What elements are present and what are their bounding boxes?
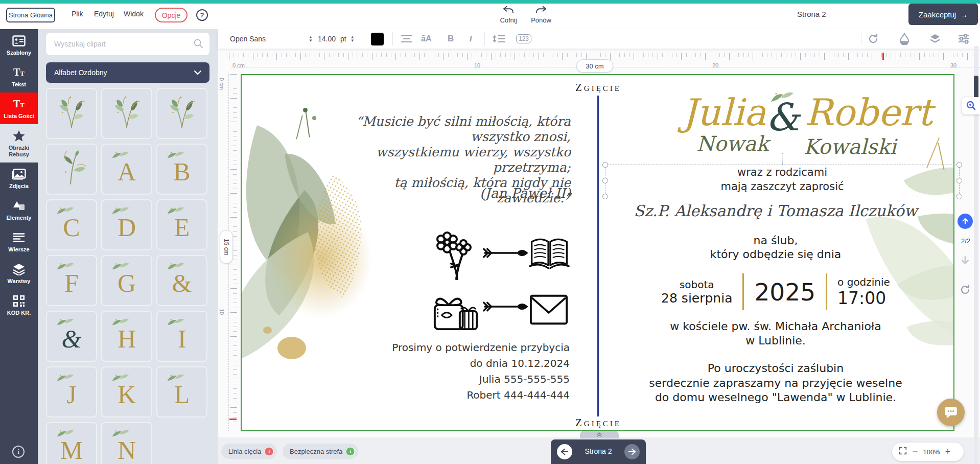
clipart-tile-bouquet[interactable] <box>156 88 207 139</box>
intro-text[interactable]: na ślub, który odbędzie się dnia <box>610 234 942 261</box>
selection-handle[interactable] <box>956 162 962 168</box>
clipart-tile-letter[interactable]: K <box>101 366 152 417</box>
clipart-tile-bouquet[interactable] <box>46 88 97 139</box>
sidebar-item-szablony[interactable]: Szablony <box>0 29 38 61</box>
open-book-icon[interactable] <box>528 233 571 279</box>
search-input[interactable] <box>54 33 187 55</box>
date-block[interactable]: sobota 28 sierpnia 2025 o godzinie 17:00 <box>610 271 942 312</box>
zoom-in-button[interactable]: + <box>945 447 951 456</box>
rsvp-text[interactable]: Prosimy o potwierdzenie przybycia do dni… <box>375 340 570 403</box>
menu-widok[interactable]: Widok <box>124 10 144 18</box>
sidebar-item-zdjęcia[interactable]: Zdjęcia <box>0 163 38 194</box>
clipart-tile-letter[interactable]: A <box>101 144 152 195</box>
menu-plik[interactable]: Plik <box>72 10 83 18</box>
page-nav-expand-tab[interactable] <box>580 431 619 438</box>
zoom-controls: − 100% + <box>892 443 964 461</box>
help-icon[interactable]: ? <box>196 9 208 21</box>
settings-sliders-icon[interactable] <box>958 29 970 49</box>
clipart-tile-letter[interactable]: D <box>101 199 152 250</box>
sidebar-item-warstwy[interactable]: Warstwy <box>0 258 38 289</box>
letter-spacing-button[interactable]: āA <box>421 29 431 49</box>
clipart-tile-letter[interactable]: & <box>156 255 207 306</box>
clipart-tile-letter[interactable]: M <box>46 422 97 464</box>
opacity-drop-icon[interactable] <box>899 29 909 49</box>
clipart-tile-letter[interactable]: I <box>156 311 207 362</box>
search-icon[interactable] <box>193 38 203 51</box>
page-height-bubble[interactable]: 15 cm <box>220 230 233 264</box>
menu-edytuj[interactable]: Edytuj <box>94 10 114 18</box>
envelope-icon[interactable] <box>529 291 569 330</box>
home-button[interactable]: Strona Główna <box>6 8 55 22</box>
assistant-panel-icon[interactable] <box>962 97 980 114</box>
selected-text-box[interactable]: wraz z rodzicami mają zaszczyt zaprosić <box>605 165 960 196</box>
clipart-tile-letter[interactable]: E <box>156 199 207 250</box>
refresh-page-icon[interactable] <box>960 284 971 297</box>
clipart-tile-letter[interactable]: H <box>101 311 152 362</box>
cut-line-toggle[interactable]: Linia cięcia i <box>221 444 277 459</box>
font-family-select[interactable]: Open Sans ▲▼ <box>230 29 313 49</box>
bold-button[interactable]: B <box>448 29 454 49</box>
selection-handle[interactable] <box>956 178 962 183</box>
bride-first-name[interactable]: Julia <box>682 92 766 133</box>
clipart-tile-letter[interactable]: & <box>46 311 97 362</box>
fullscreen-icon[interactable] <box>898 446 907 457</box>
selection-handle[interactable] <box>602 194 608 199</box>
scroll-down-button[interactable] <box>961 256 970 267</box>
redo-button[interactable]: Ponów <box>526 6 556 24</box>
selection-handle[interactable] <box>602 162 608 168</box>
selection-handle[interactable] <box>602 178 608 183</box>
parents-line-1[interactable]: wraz z rodzicami <box>605 166 959 178</box>
guests-names-text[interactable]: Sz.P. Aleksandrę i Tomasza Ilczuków <box>610 202 942 220</box>
bouquet-icon[interactable] <box>434 231 477 284</box>
chat-bubble-icon[interactable] <box>937 399 965 426</box>
font-size-input[interactable]: 14.00 <box>318 29 336 49</box>
bride-last-name[interactable]: Nowak <box>696 132 768 155</box>
design-canvas[interactable]: Zgięcie Zgięcie “Musicie być silni miłoś… <box>241 74 954 431</box>
clipart-tile-leaf-spray[interactable] <box>46 144 97 195</box>
zoom-out-button[interactable]: − <box>913 447 918 456</box>
sidebar-item-wiersze[interactable]: Wiersze <box>0 226 38 258</box>
arrow-icon[interactable] <box>481 299 529 316</box>
options-button[interactable]: Opcje <box>155 8 188 22</box>
undo-button[interactable]: Cofnij <box>494 6 523 24</box>
sidebar-item-elementy[interactable]: Elementy <box>0 194 38 226</box>
selection-handle[interactable] <box>956 194 962 199</box>
sidebar-item-obrazki-rebusy[interactable]: Obrazki Rebusy <box>0 124 38 163</box>
scroll-up-button[interactable] <box>958 214 973 229</box>
clipart-tile-letter[interactable]: L <box>156 366 207 417</box>
clipart-tile-letter[interactable]: N <box>101 422 152 464</box>
next-page-button[interactable] <box>624 444 640 459</box>
gifts-icon[interactable] <box>432 282 480 335</box>
parents-line-2[interactable]: mają zaszczyt zaprosić <box>605 180 959 193</box>
sidebar-item-lista-gości[interactable]: TTLista Gości <box>0 92 38 124</box>
accept-button[interactable]: Zaakceptuj → <box>908 4 978 25</box>
text-color-swatch[interactable] <box>371 33 384 45</box>
venue-text[interactable]: w kościele pw. św. Michała Archanioła w … <box>610 319 942 348</box>
party-text[interactable]: Po uroczystości zaślubin serdecznie zapr… <box>610 361 942 405</box>
clipart-tile-letter[interactable]: J <box>46 366 97 417</box>
fold-label-top: Zgięcie <box>563 81 634 94</box>
page-count-indicator: 2/2 <box>956 237 975 245</box>
line-height-icon[interactable] <box>493 29 506 49</box>
layers-icon[interactable] <box>929 29 941 49</box>
clipart-tile-letter[interactable]: G <box>101 255 152 306</box>
italic-button[interactable]: I <box>469 29 473 49</box>
category-dropdown[interactable]: Alfabet Ozdobny <box>46 62 209 83</box>
clipart-tile-letter[interactable]: B <box>156 144 207 195</box>
sidebar-item-kod-kr-[interactable]: KOD KR. <box>0 289 38 321</box>
safe-zone-toggle[interactable]: Bezpieczna strefa i <box>283 444 358 459</box>
accent-strip <box>0 0 980 4</box>
clipart-tile-bouquet[interactable] <box>101 88 152 139</box>
arrow-icon[interactable] <box>481 246 529 262</box>
numbering-button[interactable]: 123 <box>516 29 531 49</box>
align-center-icon[interactable] <box>401 29 413 49</box>
info-icon[interactable]: i <box>12 446 25 458</box>
quote-author[interactable]: (Jan Paweł II) <box>318 185 571 201</box>
sidebar-item-tekst[interactable]: TTTekst <box>0 61 38 92</box>
groom-first-name[interactable]: Robert <box>805 92 932 133</box>
clipart-tile-letter[interactable]: C <box>46 199 97 250</box>
rotate-icon[interactable] <box>868 29 879 49</box>
groom-last-name[interactable]: Kowalski <box>804 135 896 158</box>
page-width-bubble[interactable]: 30 cm <box>576 59 613 73</box>
clipart-tile-letter[interactable]: F <box>46 255 97 306</box>
